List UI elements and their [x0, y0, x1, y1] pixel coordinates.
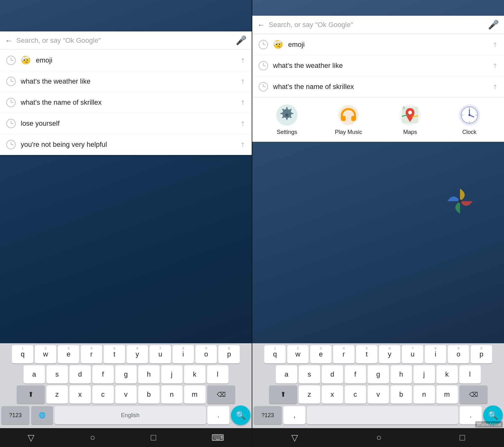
period-key[interactable]: .	[207, 406, 229, 424]
right-key-l[interactable]: l	[459, 365, 481, 384]
right-key-k[interactable]: k	[436, 365, 458, 384]
right-key-j[interactable]: j	[414, 365, 435, 384]
suggestion-text-1: what's the weather like	[21, 77, 235, 86]
right-key-t[interactable]: 5t	[356, 345, 377, 363]
key-i[interactable]: 8i	[173, 345, 194, 363]
key-r[interactable]: 4r	[81, 345, 102, 363]
right-key-d[interactable]: d	[322, 365, 343, 384]
right-key-h[interactable]: h	[391, 365, 412, 384]
right-search-input[interactable]	[269, 21, 484, 29]
right-key-s[interactable]: s	[299, 365, 320, 384]
key-e[interactable]: 3e	[58, 345, 79, 363]
key-a[interactable]: a	[24, 365, 45, 384]
right-shift-key[interactable]: ⬆	[269, 385, 297, 404]
right-delete-key[interactable]: ⌫	[459, 385, 488, 404]
num-key[interactable]: ?123	[1, 406, 30, 424]
right-history-icon-0	[259, 40, 268, 49]
right-suggestion-skrillex[interactable]: what's the name of skrillex ↗	[252, 76, 504, 97]
right-key-o[interactable]: 9o	[448, 345, 469, 363]
left-suggestion-lose[interactable]: lose yourself ↗	[0, 113, 252, 134]
key-u[interactable]: 7u	[150, 345, 171, 363]
key-p[interactable]: 0p	[218, 345, 240, 363]
left-suggestion-skrillex[interactable]: what's the name of skrillex ↗	[0, 92, 252, 113]
right-key-m[interactable]: m	[436, 385, 458, 404]
right-key-row-2: a s d f g h j k l	[259, 365, 498, 384]
right-comma-key[interactable]: ,	[283, 406, 305, 424]
key-j[interactable]: j	[161, 365, 183, 384]
key-z[interactable]: z	[47, 385, 68, 404]
left-mic-icon[interactable]: 🎤	[236, 35, 247, 46]
right-num-key[interactable]: ?123	[254, 406, 282, 424]
right-key-row-3: ⬆ z x c v b n m ⌫	[254, 385, 503, 404]
nav-back[interactable]: ▽	[28, 433, 35, 443]
key-s[interactable]: s	[47, 365, 68, 384]
right-suggestion-emoji[interactable]: 🤕 emoji ↗	[252, 34, 504, 55]
right-space-key[interactable]	[307, 406, 458, 424]
key-x[interactable]: x	[69, 385, 91, 404]
right-key-y[interactable]: 6y	[379, 345, 400, 363]
key-k[interactable]: k	[184, 365, 205, 384]
right-key-u[interactable]: 7u	[402, 345, 423, 363]
left-suggestion-emoji[interactable]: 🤕 emoji ↗	[0, 50, 252, 71]
nav-recents[interactable]: □	[151, 433, 156, 443]
key-n[interactable]: n	[161, 385, 183, 404]
key-m[interactable]: m	[184, 385, 205, 404]
app-maps[interactable]: g Maps	[399, 104, 421, 135]
globe-key[interactable]: 🌐	[31, 406, 53, 424]
right-key-x[interactable]: x	[322, 385, 343, 404]
key-f[interactable]: f	[92, 365, 114, 384]
right-nav-back[interactable]: ▽	[291, 433, 298, 443]
right-key-c[interactable]: c	[345, 385, 366, 404]
app-settings[interactable]: Settings	[276, 104, 298, 135]
key-o[interactable]: 9o	[195, 345, 217, 363]
right-key-z[interactable]: z	[299, 385, 320, 404]
left-suggestion-weather[interactable]: what's the weather like ↗	[0, 71, 252, 92]
right-key-r[interactable]: 4r	[333, 345, 354, 363]
left-phone: 🖼 ★ ▣ ▾ ↑ ▮ 1:47 ← 🎤 🤕 emoji ↗	[0, 0, 252, 447]
right-mic-icon[interactable]: 🎤	[488, 19, 499, 30]
key-t[interactable]: 5t	[104, 345, 125, 363]
app-play-music[interactable]: Play Music	[335, 104, 362, 135]
fill-arrow-icon-2: ↗	[238, 98, 247, 107]
key-b[interactable]: b	[138, 385, 160, 404]
key-y[interactable]: 6y	[127, 345, 148, 363]
right-nav-home[interactable]: ○	[376, 433, 382, 443]
svg-point-8	[408, 111, 412, 114]
key-v[interactable]: v	[115, 385, 137, 404]
right-suggestion-weather[interactable]: what's the weather like ↗	[252, 55, 504, 76]
right-key-w[interactable]: 2w	[287, 345, 309, 363]
right-key-a[interactable]: a	[276, 365, 297, 384]
left-search-input[interactable]	[16, 36, 232, 45]
key-q[interactable]: 1q	[12, 345, 33, 363]
left-key-row-2: a s d f g h j k l	[6, 365, 245, 384]
right-key-n[interactable]: n	[414, 385, 435, 404]
key-c[interactable]: c	[92, 385, 114, 404]
search-key[interactable]: 🔍	[231, 406, 250, 425]
right-key-i[interactable]: 8i	[425, 345, 446, 363]
space-key[interactable]: English	[55, 406, 206, 424]
key-g[interactable]: g	[115, 365, 137, 384]
left-suggestion-helpful[interactable]: you're not being very helpful ↗	[0, 134, 252, 155]
left-keyboard: 1q 2w 3e 4r 5t 6y 7u 8i 9o 0p a s d f g …	[0, 343, 252, 428]
delete-key[interactable]: ⌫	[207, 385, 235, 404]
right-back-button[interactable]: ←	[257, 20, 265, 29]
key-w[interactable]: 2w	[35, 345, 56, 363]
right-key-v[interactable]: v	[368, 385, 389, 404]
nav-keyboard[interactable]: ⌨	[211, 433, 224, 443]
right-nav-recents[interactable]: □	[460, 433, 465, 443]
right-key-b[interactable]: b	[391, 385, 412, 404]
app-clock[interactable]: Clock	[458, 104, 481, 135]
right-key-p[interactable]: 0p	[471, 345, 492, 363]
right-key-q[interactable]: 1q	[264, 345, 286, 363]
right-key-f[interactable]: f	[345, 365, 366, 384]
right-key-e[interactable]: 3e	[310, 345, 331, 363]
key-l[interactable]: l	[207, 365, 228, 384]
shift-key[interactable]: ⬆	[17, 385, 45, 404]
nav-home[interactable]: ○	[90, 433, 95, 443]
play-music-icon	[337, 104, 360, 126]
right-key-g[interactable]: g	[368, 365, 389, 384]
key-h[interactable]: h	[138, 365, 160, 384]
clock-label: Clock	[462, 129, 476, 135]
left-back-button[interactable]: ←	[5, 36, 13, 45]
key-d[interactable]: d	[69, 365, 91, 384]
